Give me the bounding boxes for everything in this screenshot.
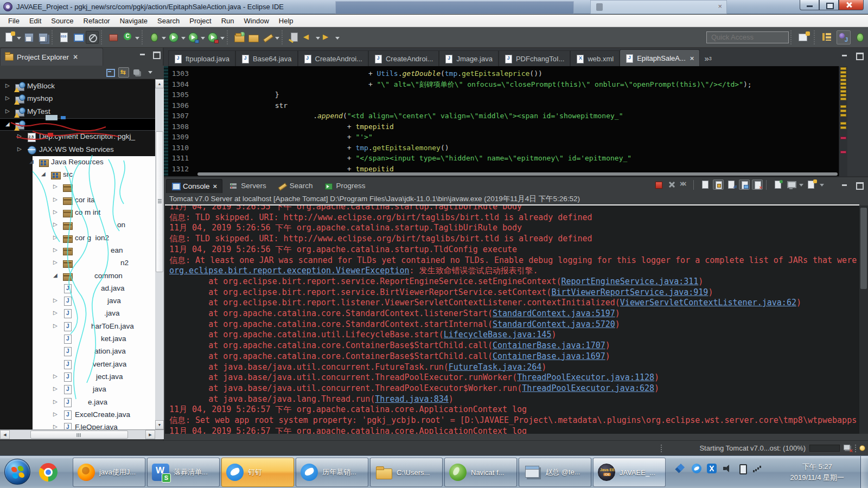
console-tab-search[interactable]: Search [273, 179, 318, 193]
tree-expanded-arrow[interactable]: ◢ [5, 121, 10, 127]
project-explorer-close-icon[interactable]: × [73, 53, 78, 61]
display-console-icon[interactable] [786, 179, 796, 190]
tree-item-ad-java[interactable]: ad.java [0, 282, 155, 295]
minimize-button[interactable] [800, 0, 819, 10]
tree-item-glitched[interactable]: ▷ [0, 181, 155, 194]
tree-item-myblock[interactable]: ▷MyBlock [0, 80, 155, 93]
console-tab-console[interactable]: Console× [166, 179, 222, 193]
editor-tab-createandroi[interactable]: CreateAndroi... [298, 50, 368, 66]
taskbar-clock[interactable]: 下午 5:27 2019/11/4 星期一 [790, 461, 844, 483]
word-wrap-icon[interactable] [726, 179, 737, 190]
tree-collapsed-arrow[interactable]: ▷ [53, 310, 58, 316]
console-tab-close-icon[interactable]: × [213, 182, 218, 190]
open-console-dropdown-icon[interactable] [819, 179, 825, 190]
tree-collapsed-arrow[interactable]: ▷ [53, 234, 58, 240]
hidden-tabs-indicator[interactable]: »3 [704, 54, 711, 66]
tree-collapsed-arrow[interactable]: ▷ [53, 399, 58, 404]
tree-collapsed-arrow[interactable]: ▷ [17, 133, 22, 139]
new-dropdown-icon[interactable] [16, 31, 22, 44]
scroll-down-icon[interactable]: ▼ [155, 420, 164, 429]
new-wizard-icon[interactable] [3, 31, 16, 44]
tree-item-java[interactable]: ▷java [0, 295, 155, 307]
tree-collapsed-arrow[interactable]: ▷ [53, 183, 58, 189]
explorer-maximize-icon[interactable] [152, 51, 159, 57]
project-explorer-tab[interactable]: Project Explorer × [0, 48, 103, 66]
open-resource-icon[interactable] [247, 31, 260, 44]
tree-collapsed-arrow[interactable]: ▷ [53, 323, 58, 329]
warning-marker[interactable] [840, 126, 846, 129]
stack-trace-link[interactable]: org.eclipse.birt.report.exception.Viewer… [169, 266, 410, 275]
stack-trace-link[interactable]: ViewerServletContextListener.java:62 [620, 298, 796, 307]
menu-source[interactable]: Source [46, 17, 78, 25]
console-view-icon[interactable] [72, 31, 85, 44]
tree-item-excelcreate-java[interactable]: ▷ExcelCreate.java [0, 409, 155, 421]
scroll-left-icon[interactable]: ◀ [0, 430, 10, 439]
tree-expanded-arrow[interactable]: ◢ [53, 272, 58, 278]
scroll-thumb[interactable] [860, 208, 867, 289]
title-bar[interactable]: JAVAEE_Project - pgkj_new/src/com/pgkj/a… [0, 0, 868, 14]
menu-help[interactable]: Help [274, 17, 298, 25]
tree-collapsed-arrow[interactable]: ▷ [53, 209, 58, 215]
warning-marker[interactable] [840, 90, 846, 93]
menu-navigate[interactable]: Navigate [115, 17, 152, 25]
taskbar-button-wps-item[interactable]: 落葬清单... [147, 458, 220, 487]
warning-marker[interactable] [840, 82, 846, 85]
tree-collapsed-arrow[interactable]: ▷ [53, 297, 58, 303]
tree-collapsed-arrow[interactable]: ▷ [5, 108, 10, 114]
stack-trace-link[interactable]: ThreadPoolExecutor.java:628 [522, 383, 654, 393]
save-icon[interactable] [22, 31, 35, 44]
overview-ruler[interactable] [839, 66, 847, 176]
warning-marker[interactable] [840, 94, 846, 97]
tree-item-myshop[interactable]: ▷myshop [0, 93, 155, 105]
explorer-vertical-scrollbar[interactable]: ▲ ▼ [155, 79, 164, 429]
console-log[interactable]: 11月 04, 2019 5:26:55 下午 org.apache.catal… [165, 206, 859, 434]
maximize-button[interactable] [819, 0, 839, 10]
open-type-icon[interactable] [233, 31, 246, 44]
view-menu-icon[interactable] [145, 67, 156, 78]
explorer-minimize-icon[interactable] [139, 51, 146, 57]
tree-collapsed-arrow[interactable]: ▷ [53, 373, 58, 379]
tree-item-verter-java[interactable]: verter.java [0, 358, 155, 371]
taskbar-button-navicat-navicat-f[interactable]: Navicat f... [444, 458, 517, 487]
taskbar-button-folder-c-users[interactable]: C:\Users... [370, 458, 443, 487]
tree-item-n2[interactable]: ▷n2 [0, 257, 155, 269]
back-dropdown-icon[interactable] [315, 31, 321, 44]
taskbar-button-eclipse-javaee[interactable]: JAVAEE_... [593, 458, 666, 487]
console-tab-progress[interactable]: Progress [320, 179, 370, 193]
warning-marker[interactable] [840, 122, 846, 125]
console-maximize-icon[interactable] [855, 182, 863, 188]
taskbar-button-dingtalk-item[interactable]: 钉钉 [221, 458, 294, 487]
tree-item-ject-java[interactable]: ▷ject.java [0, 371, 155, 383]
menu-edit[interactable]: Edit [24, 17, 46, 25]
tree-item-java[interactable]: ▷java [0, 383, 155, 396]
editor-minimize-icon[interactable] [841, 52, 848, 59]
show-desktop-button[interactable] [860, 456, 868, 488]
taskbar-button-dingtalk-item[interactable]: 历年墓销... [296, 458, 368, 487]
menu-search[interactable]: Search [152, 17, 184, 25]
editor-maximize-icon[interactable] [855, 52, 863, 59]
taskbar-button-firefox-java-j[interactable]: java使用J... [73, 458, 145, 487]
tree-item-f-leoper-java[interactable]: ▷F.leOper.java [0, 421, 155, 429]
clear-console-icon[interactable] [700, 179, 711, 190]
terminate-icon[interactable] [653, 179, 664, 190]
debug-perspective-icon[interactable] [853, 30, 867, 44]
new-class-icon[interactable] [121, 31, 134, 44]
warning-marker[interactable] [840, 75, 846, 78]
warning-marker[interactable] [840, 67, 846, 70]
console-tab-servers[interactable]: Servers [225, 179, 271, 193]
remove-launch-icon[interactable] [666, 179, 677, 190]
stack-trace-link[interactable]: StandardContext.java:5720 [493, 319, 615, 329]
resource-perspective-icon[interactable] [820, 30, 834, 44]
new-class-dropdown-icon[interactable] [135, 31, 140, 44]
tree-item-java[interactable]: ▷.java [0, 307, 155, 320]
debug-icon[interactable] [148, 31, 161, 44]
stop-progress-icon[interactable] [843, 444, 852, 452]
run-dropdown-icon[interactable] [181, 31, 186, 44]
profile-icon[interactable] [206, 31, 219, 44]
editor-tab-ftpupload-java[interactable]: ftpupload.java [168, 50, 235, 66]
stack-trace-link[interactable]: BirtViewerReportService.java:919 [551, 287, 708, 297]
stack-trace-link[interactable]: ContainerBase.java:1707 [493, 341, 605, 350]
warning-marker[interactable] [840, 105, 846, 108]
warning-marker[interactable] [840, 86, 846, 89]
profile-dropdown-icon[interactable] [220, 31, 225, 44]
